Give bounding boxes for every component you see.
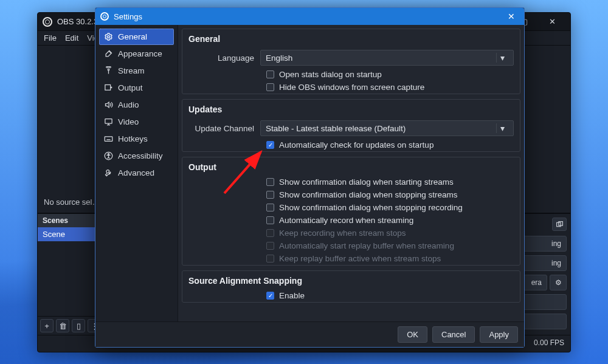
keyboard-icon xyxy=(104,134,113,143)
svg-rect-4 xyxy=(105,85,111,91)
svg-rect-6 xyxy=(105,137,112,142)
confirm-start-streams-checkbox-row[interactable]: Show confirmation dialog when starting s… xyxy=(182,176,520,188)
sidebar-item-advanced[interactable]: Advanced xyxy=(99,165,174,181)
keep-recording-checkbox-row: Keep recording when stream stops xyxy=(182,227,520,239)
keep-replay-buffer-checkbox-row: Keep replay buffer active when stream st… xyxy=(182,252,520,265)
checkbox-disabled xyxy=(266,229,274,237)
brush-icon xyxy=(104,49,113,58)
svg-rect-5 xyxy=(105,119,112,124)
open-stats-checkbox-row[interactable]: Open stats dialog on startup xyxy=(182,68,520,81)
sidebar-item-accessibility[interactable]: Accessibility xyxy=(99,148,174,164)
svg-point-2 xyxy=(108,36,110,38)
sidebar-item-hotkeys[interactable]: Hotkeys xyxy=(99,131,174,147)
auto-record-checkbox-row[interactable]: Automatically record when streaming xyxy=(182,214,520,227)
auto-check-updates-checkbox-row[interactable]: Automatically check for updates on start… xyxy=(182,139,520,151)
accessibility-icon xyxy=(104,151,113,160)
obs-logo-icon xyxy=(43,17,52,27)
chevron-down-icon: ▾ xyxy=(496,123,508,133)
checkbox-unchecked[interactable] xyxy=(266,191,274,199)
svg-point-3 xyxy=(108,69,109,70)
checkbox-unchecked[interactable] xyxy=(266,204,274,211)
section-heading: Output xyxy=(182,157,520,176)
speaker-icon xyxy=(104,100,113,109)
dialog-titlebar: Settings ✕ xyxy=(95,8,524,25)
scene-filter-button[interactable]: ▯ xyxy=(72,319,85,332)
close-button[interactable]: ✕ xyxy=(539,13,565,30)
popout-icon[interactable] xyxy=(552,218,567,231)
chevron-down-icon: ▾ xyxy=(496,53,508,63)
cancel-button[interactable]: Cancel xyxy=(432,326,475,343)
monitor-icon xyxy=(104,117,113,126)
wrench-icon xyxy=(104,168,113,177)
dialog-footer: OK Cancel Apply xyxy=(95,321,524,347)
checkbox-checked[interactable] xyxy=(266,292,274,300)
apply-button[interactable]: Apply xyxy=(480,326,518,343)
hide-windows-checkbox-row[interactable]: Hide OBS windows from screen capture xyxy=(182,81,520,94)
checkbox-unchecked[interactable] xyxy=(266,216,274,224)
dialog-close-button[interactable]: ✕ xyxy=(503,9,519,24)
ok-button[interactable]: OK xyxy=(398,326,427,343)
obs-title: OBS 30.2.3 xyxy=(57,17,98,26)
sidebar-item-audio[interactable]: Audio xyxy=(99,97,174,113)
confirm-stop-recording-checkbox-row[interactable]: Show confirmation dialog when stopping r… xyxy=(182,201,520,214)
svg-point-8 xyxy=(108,153,109,154)
language-select[interactable]: English ▾ xyxy=(260,50,514,66)
fps-label: 0.00 FPS xyxy=(534,338,564,347)
sidebar-item-stream[interactable]: Stream xyxy=(99,63,174,79)
snapping-enable-checkbox-row[interactable]: Enable xyxy=(182,289,520,302)
sidebar-item-video[interactable]: Video xyxy=(99,114,174,130)
section-heading: General xyxy=(182,29,520,47)
section-output: Output Show confirmation dialog when sta… xyxy=(182,157,520,266)
confirm-stop-streams-checkbox-row[interactable]: Show confirmation dialog when stopping s… xyxy=(182,188,520,201)
gear-icon xyxy=(104,32,113,41)
checkbox-unchecked[interactable] xyxy=(266,70,274,78)
section-heading: Updates xyxy=(182,100,520,118)
sidebar-item-general[interactable]: General xyxy=(99,29,174,45)
section-general: General Language English ▾ Open stats di… xyxy=(182,29,520,94)
obs-logo-icon xyxy=(100,12,109,21)
antenna-icon xyxy=(104,66,113,75)
export-icon xyxy=(104,83,113,92)
settings-sidebar: General Appearance Stream Output Audio V… xyxy=(95,25,178,321)
menu-edit[interactable]: Edit xyxy=(65,33,78,43)
language-label: Language xyxy=(188,53,260,63)
sidebar-item-appearance[interactable]: Appearance xyxy=(99,46,174,62)
dialog-title: Settings xyxy=(114,12,142,21)
section-snapping: Source Alignment Snapping Enable xyxy=(182,270,520,303)
checkbox-checked[interactable] xyxy=(266,141,274,149)
auto-replay-buffer-checkbox-row: Automatically start replay buffer when s… xyxy=(182,239,520,252)
checkbox-disabled xyxy=(266,255,274,263)
settings-content: General Language English ▾ Open stats di… xyxy=(178,25,524,321)
sidebar-item-output[interactable]: Output xyxy=(99,80,174,96)
scene-add-button[interactable]: + xyxy=(40,319,54,332)
update-channel-select[interactable]: Stable - Latest stable release (Default)… xyxy=(260,120,514,136)
menu-file[interactable]: File xyxy=(44,33,57,43)
section-updates: Updates Update Channel Stable - Latest s… xyxy=(182,99,520,152)
scene-remove-button[interactable]: 🗑 xyxy=(56,319,69,332)
update-channel-label: Update Channel xyxy=(188,124,260,133)
checkbox-disabled xyxy=(266,242,274,250)
section-heading: Source Alignment Snapping xyxy=(182,271,520,289)
checkbox-unchecked[interactable] xyxy=(266,178,274,186)
settings-dialog: Settings ✕ General Appearance Stream Out… xyxy=(95,7,525,348)
settings-gear-button[interactable]: ⚙ xyxy=(550,275,567,290)
checkbox-unchecked[interactable] xyxy=(266,83,274,91)
